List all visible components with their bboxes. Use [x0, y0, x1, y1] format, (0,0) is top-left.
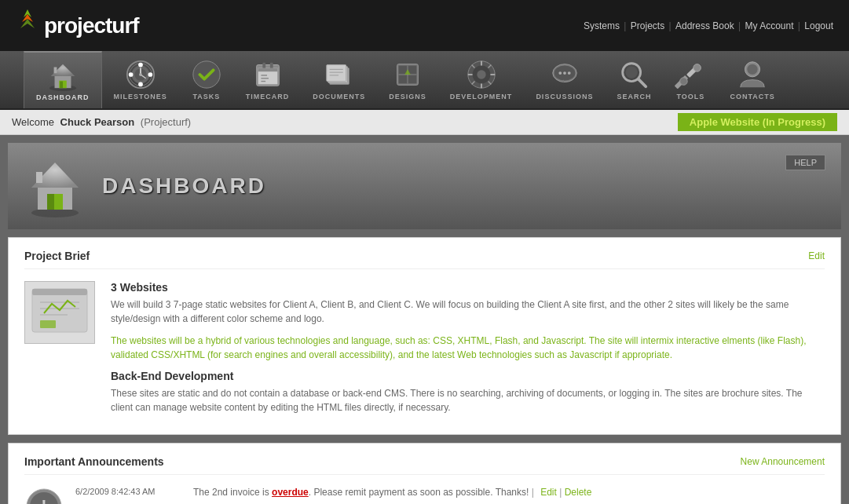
nav-item-tools[interactable]: TOOLS	[663, 51, 718, 108]
tools-label: TOOLS	[676, 93, 704, 100]
new-announcement-link[interactable]: New Announcement	[741, 456, 825, 467]
svg-point-62	[747, 64, 757, 75]
svg-point-60	[680, 78, 688, 86]
svg-point-55	[626, 67, 638, 79]
contacts-icon	[737, 59, 768, 90]
svg-rect-74	[40, 320, 56, 328]
svg-point-14	[148, 72, 152, 77]
svg-rect-68	[36, 172, 42, 183]
svg-point-52	[568, 71, 571, 75]
svg-rect-22	[258, 68, 277, 71]
svg-rect-70	[32, 289, 87, 295]
logo-icon	[16, 8, 39, 43]
nav-item-discussions[interactable]: DISCUSSIONS	[524, 51, 605, 108]
welcome-text: Welcome Chuck Pearson (Projecturf)	[12, 116, 191, 128]
nav-item-contacts[interactable]: CONTACTS	[718, 51, 786, 108]
brief-heading-1: 3 Websites	[111, 281, 825, 294]
nav-item-dashboard[interactable]: DASHBOARD	[24, 51, 102, 108]
project-brief-body: 3 Websites We will build 3 7-page static…	[24, 281, 825, 422]
announcements-title: Important Announcements	[24, 455, 164, 468]
dashboard-title: DASHBOARD	[102, 173, 266, 199]
timecard-icon	[252, 59, 284, 90]
svg-rect-4	[60, 82, 63, 89]
my-account-link[interactable]: My My AccountAccount	[745, 20, 793, 31]
welcome-bar: Welcome Chuck Pearson (Projecturf) Apple…	[0, 110, 849, 135]
project-brief-card: Project Brief Edit 3 Websites We will bu…	[8, 237, 841, 435]
announcements-body: ! 6/2/2009 8:42:43 AM The 2nd invoice is…	[24, 487, 825, 504]
tasks-icon	[191, 59, 222, 90]
project-badge[interactable]: Apple Website (In Progress)	[678, 113, 837, 131]
nav-item-documents[interactable]: DOCUMENTS	[301, 51, 377, 108]
project-label: Apple Website	[690, 116, 759, 128]
brief-text-3: These sites are static and do not contai…	[111, 386, 825, 415]
svg-point-13	[138, 63, 143, 68]
svg-rect-20	[262, 63, 265, 69]
designs-icon	[392, 59, 423, 90]
svg-line-56	[639, 79, 646, 87]
brief-image-svg	[28, 285, 91, 340]
nav-item-timecard[interactable]: TIMECARD	[234, 51, 302, 108]
development-icon	[466, 59, 497, 90]
timecard-label: TIMECARD	[246, 93, 290, 100]
nav-item-tasks[interactable]: TASKS	[179, 51, 234, 108]
svg-point-15	[138, 82, 143, 87]
nav-item-search[interactable]: SEARCH	[605, 51, 663, 108]
announcement-icon: !	[24, 487, 64, 504]
dashboard-label: DASHBOARD	[36, 93, 90, 101]
ann-separator: |	[532, 487, 534, 498]
discussions-icon	[549, 59, 580, 90]
svg-text:!: !	[41, 496, 46, 504]
discussions-label: DISCUSSIONS	[536, 93, 593, 100]
brief-text-1: We will build 3 7-page static websites f…	[111, 298, 825, 326]
dashboard-large-icon	[24, 155, 86, 217]
svg-rect-67	[47, 194, 54, 210]
systems-link[interactable]: Systems	[584, 20, 620, 31]
svg-rect-21	[269, 63, 273, 69]
svg-rect-28	[327, 65, 346, 82]
svg-point-59	[693, 64, 701, 72]
delete-announcement-link[interactable]: Delete	[565, 487, 592, 498]
ann-text-after: . Please remit payment as soon as possib…	[309, 487, 529, 498]
announcement-row: 6/2/2009 8:42:43 AM The 2nd invoice is o…	[75, 487, 825, 498]
tasks-label: TASKS	[192, 93, 220, 100]
contacts-label: CONTACTS	[730, 93, 774, 100]
card-header-brief: Project Brief Edit	[24, 250, 825, 269]
svg-point-12	[139, 73, 142, 76]
development-label: DEVELOPMENT	[450, 93, 513, 100]
documents-label: DOCUMENTS	[313, 93, 365, 100]
top-bar: projecturf Systems | Projects | Address …	[0, 0, 849, 51]
designs-label: DESIGNS	[389, 93, 426, 100]
dashboard-icon	[47, 60, 79, 91]
edit-announcement-link[interactable]: Edit	[540, 487, 557, 498]
announcement-actions: Edit | Delete	[536, 487, 591, 498]
brief-heading-3: Back-End Development	[111, 370, 825, 382]
milestones-label: MILESTONES	[114, 93, 167, 100]
nav-bar: DASHBOARD MILESTONES	[0, 51, 849, 110]
brief-text-2: The websites will be a hybrid of various…	[111, 334, 825, 362]
brief-content: 3 Websites We will build 3 7-page static…	[111, 281, 825, 422]
welcome-label: Welcome	[12, 116, 54, 128]
svg-rect-5	[53, 68, 57, 74]
milestones-icon	[125, 59, 156, 90]
logout-link[interactable]: Logout	[804, 20, 833, 31]
svg-point-50	[558, 71, 562, 75]
announcements-card: Important Announcements New Announcement…	[8, 443, 841, 504]
nav-item-milestones[interactable]: MILESTONES	[102, 51, 179, 108]
brief-image	[24, 281, 95, 344]
ann-text-before: The 2nd invoice is	[193, 487, 272, 498]
svg-point-17	[193, 61, 220, 88]
main-content: DASHBOARD HELP Project Brief Edit	[0, 135, 849, 504]
edit-brief-link[interactable]: Edit	[808, 250, 825, 261]
nav-item-designs[interactable]: DESIGNS	[377, 51, 438, 108]
svg-point-51	[563, 71, 566, 75]
documents-icon	[324, 59, 355, 90]
logo-text: projecturf	[44, 13, 139, 38]
projects-link[interactable]: Projects	[631, 20, 664, 31]
search-icon	[618, 59, 650, 90]
help-button[interactable]: HELP	[785, 155, 825, 170]
address-book-link[interactable]: Address Book	[675, 20, 734, 31]
nav-item-development[interactable]: DEVELOPMENT	[438, 51, 525, 108]
project-status: In Progress	[766, 116, 822, 128]
username: Chuck Pearson	[60, 116, 135, 128]
project-brief-title: Project Brief	[24, 250, 90, 262]
